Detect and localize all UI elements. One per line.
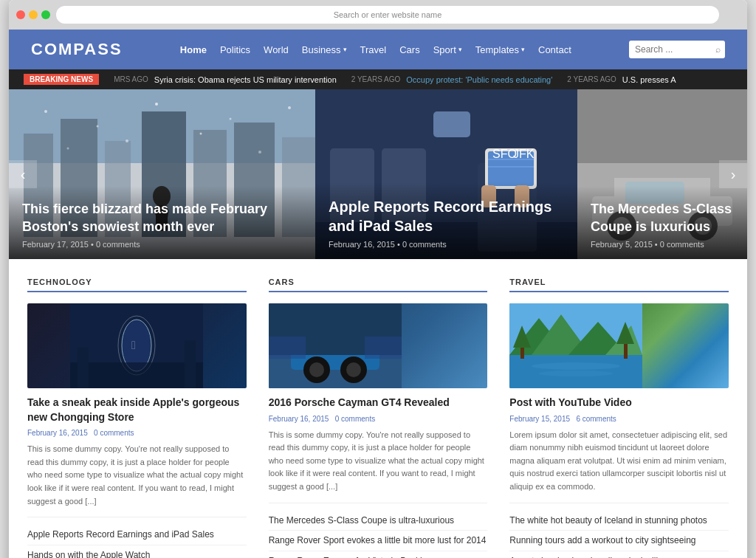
slide-1-title[interactable]: This fierce blizzard has made February B… <box>22 201 302 235</box>
slide-2-title[interactable]: Apple Reports Record Earnings and iPad S… <box>329 197 564 235</box>
travel-related-link-3[interactable]: A post showing how headings looks like <box>509 551 729 558</box>
news-time-1: MRS AGO <box>114 75 148 83</box>
cars-related-link-3[interactable]: Range Rover Evoque for Victoria Beckham <box>269 551 488 558</box>
nav-item-cars[interactable]: Cars <box>399 44 419 55</box>
slide-2-overlay: Apple Reports Record Earnings and iPad S… <box>315 182 577 259</box>
url-bar[interactable]: Search or enter website name <box>56 6 719 24</box>
cars-related-link-2[interactable]: Range Rover Sport evokes a little bit mo… <box>269 531 488 551</box>
travel-related-link-2[interactable]: Running tours add a workout to city sigh… <box>509 531 729 551</box>
svg-point-21 <box>258 151 261 154</box>
search-icon: ⌕ <box>715 44 721 55</box>
travel-section: TRAVEL <box>509 278 729 558</box>
search-input[interactable] <box>629 41 725 58</box>
nav-item-travel[interactable]: Travel <box>360 44 387 55</box>
content-area: TECHNOLOGY  <box>9 259 747 558</box>
cars-article-meta: February 16, 2015 0 comments <box>269 415 488 423</box>
cars-article-image <box>269 303 488 388</box>
news-time-2: 2 YEARS AGO <box>351 75 401 83</box>
tech-article-image:  <box>27 303 247 388</box>
minimize-button[interactable] <box>29 10 38 19</box>
svg-point-72 <box>532 362 620 370</box>
svg-point-13 <box>44 110 47 113</box>
tech-related-link-1[interactable]: Apple Reports Record Earnings and iPad S… <box>27 525 247 545</box>
slide-2: SFO JFK Apple Reports Record Earnings an… <box>315 89 577 259</box>
cars-related-link-1[interactable]: The Mercedes S-Class Coupe is ultra-luxu… <box>269 511 488 531</box>
tech-related-links: Apple Reports Record Earnings and iPad S… <box>27 517 247 558</box>
svg-point-19 <box>126 140 128 142</box>
news-item-3: 2 YEARS AGO U.S. presses A <box>567 75 676 84</box>
travel-article-title[interactable]: Post with YouTube Video <box>509 396 729 410</box>
slider-prev-button[interactable]: ‹ <box>9 160 37 188</box>
tech-related-link-2[interactable]: Hands on with the Apple Watch <box>27 545 247 558</box>
slide-1-overlay: This fierce blizzard has made February B… <box>9 186 315 259</box>
technology-section-title: TECHNOLOGY <box>27 278 247 292</box>
news-link-1[interactable]: Syria crisis: Obama rejects US military … <box>154 75 337 84</box>
svg-point-16 <box>230 118 232 120</box>
travel-related-link-1[interactable]: The white hot beauty of Iceland in stunn… <box>509 511 729 531</box>
nav-item-business[interactable]: Business ▾ <box>302 44 347 55</box>
travel-section-title: TRAVEL <box>509 278 729 292</box>
close-button[interactable] <box>16 10 25 19</box>
slider-next-button[interactable]: › <box>719 160 747 188</box>
chevron-down-icon: ▾ <box>521 46 525 53</box>
main-nav: Home Politics World Business ▾ Travel Ca… <box>180 44 571 55</box>
travel-article-img-bg <box>509 303 729 388</box>
apple-store-scene:  <box>70 303 203 388</box>
cars-related-links: The Mercedes S-Class Coupe is ultra-luxu… <box>269 503 488 558</box>
url-text: Search or enter website name <box>334 10 442 19</box>
search-wrapper: ⌕ <box>629 41 725 58</box>
news-time-3: 2 YEARS AGO <box>567 75 616 83</box>
svg-point-20 <box>200 133 202 135</box>
tech-article-excerpt: This is some dummy copy. You're not real… <box>27 443 247 508</box>
browser-dots <box>16 10 50 19</box>
svg-rect-51 <box>185 340 196 388</box>
chevron-down-icon: ▾ <box>343 46 347 53</box>
technology-section: TECHNOLOGY  <box>27 278 247 558</box>
svg-rect-65 <box>365 337 402 359</box>
slide-3-meta: February 5, 2015 • 0 comments <box>591 240 734 249</box>
travel-article-excerpt: Lorem ipsum dolor sit amet, consectetuer… <box>509 429 729 494</box>
travel-article-meta: February 15, 2015 6 comments <box>509 415 729 423</box>
tech-article-title[interactable]: Take a sneak peak inside Apple's gorgeou… <box>27 396 247 424</box>
svg-point-15 <box>155 103 158 106</box>
svg-point-73 <box>539 371 613 376</box>
svg-rect-64 <box>269 337 306 359</box>
svg-point-60 <box>309 362 324 377</box>
slide-3-title[interactable]: The Mercedes S-Class Coupe is luxurious <box>591 201 734 235</box>
browser-chrome: Search or enter website name <box>9 0 747 30</box>
svg-rect-26 <box>433 111 470 137</box>
tech-article-img-bg:  <box>27 303 247 388</box>
news-link-2[interactable]: Occupy protest: 'Public needs educating' <box>406 75 552 84</box>
slide-1: This fierce blizzard has made February B… <box>9 89 315 259</box>
travel-article-image <box>509 303 729 388</box>
svg-point-14 <box>97 125 99 128</box>
news-link-3[interactable]: U.S. presses A <box>622 75 676 84</box>
travel-scene <box>509 303 642 388</box>
svg-text:JFK: JFK <box>513 148 535 160</box>
porsche-scene <box>269 303 402 388</box>
maximize-button[interactable] <box>41 10 50 19</box>
nav-item-politics[interactable]: Politics <box>220 44 250 55</box>
svg-point-18 <box>67 148 69 150</box>
svg-rect-50 <box>78 348 89 388</box>
svg-text::  <box>131 339 136 351</box>
cars-article-excerpt: This is some dummy copy. You're not real… <box>269 429 488 494</box>
site-logo[interactable]: COMPASS <box>31 40 123 59</box>
slide-1-meta: February 17, 2015 • 0 comments <box>22 240 302 249</box>
cars-article-title[interactable]: 2016 Porsche Cayman GT4 Revealed <box>269 396 488 410</box>
tech-article-meta: February 16, 2015 0 comments <box>27 429 247 437</box>
svg-point-62 <box>346 362 361 377</box>
hero-slider: ‹ <box>9 89 747 259</box>
nav-item-contact[interactable]: Contact <box>538 44 571 55</box>
cars-article-img-bg <box>269 303 488 388</box>
nav-item-home[interactable]: Home <box>180 44 207 55</box>
cars-section: CARS <box>269 278 488 558</box>
nav-item-sport[interactable]: Sport ▾ <box>433 44 462 55</box>
nav-item-world[interactable]: World <box>264 44 289 55</box>
slide-3-overlay: The Mercedes S-Class Coupe is luxurious … <box>577 186 747 259</box>
news-item-1: MRS AGO Syria crisis: Obama rejects US m… <box>114 75 337 84</box>
nav-item-templates[interactable]: Templates ▾ <box>475 44 525 55</box>
travel-related-links: The white hot beauty of Iceland in stunn… <box>509 503 729 558</box>
site-header: COMPASS Home Politics World Business ▾ T… <box>9 30 747 69</box>
svg-point-17 <box>288 106 291 109</box>
